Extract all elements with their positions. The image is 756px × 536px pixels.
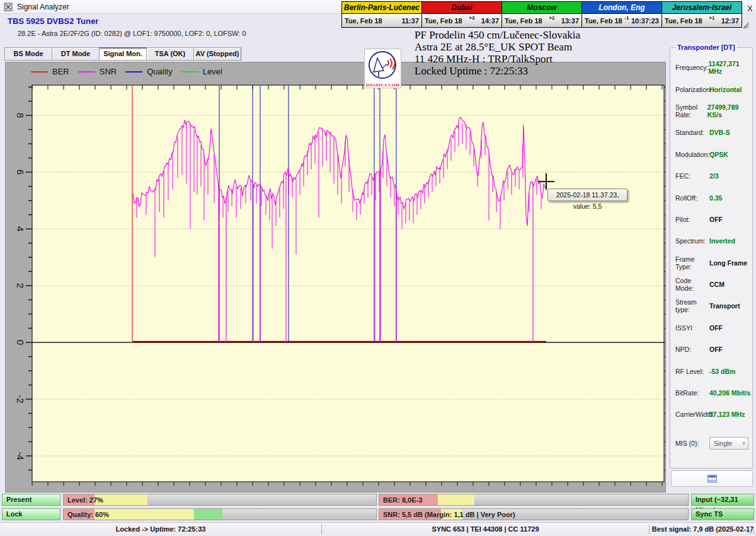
transponder-panel-title: Transponder [DT]: [675, 44, 737, 51]
clock-date: Tue, Feb 18: [425, 17, 462, 25]
chart-panel: BERSNRQualityLevel 86420-2-4: [5, 62, 666, 492]
transponder-row-stream-type: Stream type:Transport: [670, 295, 752, 317]
signal-chart[interactable]: 86420-2-4: [6, 62, 665, 492]
quality-progress-bar: Quality: 60%: [63, 508, 377, 520]
lock-indicator: Lock: [2, 508, 60, 520]
clock-2: DubaiTue, Feb 18+314:37: [421, 1, 502, 28]
clock-time: 13:37: [561, 17, 579, 25]
transponder-row-value: CCM: [709, 281, 724, 288]
transponder-row-label: Symbol Rate:: [670, 103, 707, 119]
transponder-row-issyi: ISSYIOFF: [670, 317, 752, 339]
clock-date: Tue, Feb 18: [585, 17, 622, 25]
clock-time-row: Tue, Feb 18+213:37: [502, 14, 581, 27]
transponder-row-label: Polarization:: [670, 86, 709, 93]
clock-city-label: Berlin-Paris-Lučenec: [342, 2, 421, 14]
transponder-row-label: NPD:: [670, 346, 709, 353]
ber-bar-label: BER: 8,0E-3: [383, 494, 422, 506]
status-uptime: Locked -> Uptime: 72:25:33: [0, 523, 321, 536]
transponder-row-label: Code Mode:: [670, 277, 709, 292]
y-tick-label-2: 2: [15, 283, 26, 288]
transponder-row-value: 40,206 Mbit/s: [709, 389, 750, 397]
level-progress-bar: Level: 27%: [63, 494, 377, 506]
ber-progress-bar: BER: 8,0E-3: [379, 494, 689, 506]
clock-close-button[interactable]: X: [747, 4, 753, 13]
y-tick-label-8: 8: [15, 113, 26, 118]
status-best-signal: Best signal: 7,9 dB (2025-02-17 20:42): [650, 523, 756, 536]
transponder-row-value: Inverted: [709, 237, 735, 245]
clock-utc-offset: +2: [542, 15, 561, 21]
y-tick-label--2: -2: [15, 395, 26, 403]
transponder-row-code-mode: Code Mode:CCM: [670, 274, 752, 295]
clock-time-row: Tue, Feb 1811:37: [342, 14, 421, 27]
clock-city-label: Moscow: [502, 2, 581, 14]
transponder-rows: Frequency:11427,371 MHzPolarization:Hori…: [670, 57, 752, 454]
transponder-row-value: 2/3: [709, 172, 719, 180]
y-tick-label-4: 4: [15, 226, 26, 231]
tab-tsa-ok[interactable]: TSA (OK): [146, 47, 194, 61]
transponder-row-label: RF Level:: [670, 368, 709, 375]
chart-value-tooltip: 2025-02-18 11.37.23, value: 5,5: [547, 189, 627, 201]
transponder-row-value: QPSK: [709, 151, 728, 158]
snr-progress-bar: SNR: 5,5 dB (Margin: 1,1 dB | Very Poor): [379, 508, 689, 520]
signal-analyzer-window: { "window": { "title": "Signal Analyzer"…: [0, 0, 756, 536]
transponder-row-mis: MIS (0):Single▾: [670, 433, 752, 454]
bar-segment: [94, 509, 194, 520]
clock-date: Tue, Feb 18: [665, 17, 702, 25]
transponder-row-label: Frequency:: [670, 64, 709, 71]
resize-grip[interactable]: [747, 527, 755, 534]
snr-bar-label: SNR: 5,5 dB (Margin: 1,1 dB | Very Poor): [383, 509, 515, 520]
clock-4: London, EngTue, Feb 18-110:37:23: [581, 1, 662, 28]
clock-city-label: Dubai: [422, 2, 501, 14]
mis-dropdown[interactable]: Single▾: [709, 437, 748, 450]
tab-bs-mode[interactable]: BS Mode: [4, 47, 52, 61]
bar-segment: [438, 494, 475, 505]
tuner-subtitle: 28.2E - Astra 2E/2F/2G (ID: 0282) @ LOF1…: [18, 30, 246, 37]
transponder-row-polarization: Polarization:Horizontal: [670, 78, 752, 100]
transponder-row-carrierwidth: CarrierWidth:37,123 MHz: [670, 404, 752, 425]
annotation-line-1: PF Prodelin 450 cm/Lučenec-Slovakia: [415, 29, 580, 41]
clock-time: 14:37: [481, 17, 499, 25]
plot-area[interactable]: [32, 85, 664, 482]
clock-time: 11:37: [401, 17, 419, 25]
transponder-row-modulation: Modulation:QPSK: [670, 144, 752, 165]
clock-date: Tue, Feb 18: [505, 17, 542, 25]
chevron-down-icon: ▾: [742, 440, 745, 446]
transponder-row-value: Transport: [709, 302, 740, 310]
transponder-row-frequency: Frequency:11427,371 MHz: [670, 57, 752, 78]
y-tick-label--4: -4: [15, 452, 26, 460]
clock-utc-offset: -1: [622, 15, 631, 21]
clock-time: 10:37:23: [631, 17, 659, 25]
transponder-row-label: Frame Type:: [670, 255, 709, 271]
transponder-row-value: OFF: [709, 324, 723, 332]
tab-av-stopped[interactable]: AV (Stopped): [193, 47, 241, 61]
window-title: Signal Analyzer: [17, 3, 69, 11]
logo-text: DXSATCS.COM: [365, 83, 401, 88]
transponder-row-label: FEC:: [670, 172, 709, 180]
transponder-row-value: 11427,371 MHz: [709, 60, 752, 75]
transponder-row-label: Standard:: [670, 129, 709, 136]
clock-utc-offset: +3: [462, 15, 481, 21]
transponder-row-label: RollOff:: [670, 194, 709, 202]
stream-list-icon: [707, 475, 717, 482]
clock-3: MoscowTue, Feb 18+213:37: [501, 1, 582, 28]
transponder-row-bitrate: BitRate:40,206 Mbit/s: [670, 382, 752, 404]
y-tick-label-6: 6: [15, 170, 26, 175]
transponder-row-rolloff: RollOff:0.35: [670, 187, 752, 208]
satellite-dish-icon: [365, 49, 401, 81]
transponder-row-rf-level: RF Level:-53 dBm: [670, 360, 752, 382]
status-bar: Locked -> Uptime: 72:25:33 SYNC 653 | TE…: [0, 522, 756, 536]
transponder-row-value: 37,123 MHz: [709, 411, 745, 418]
level-bar-label: Level: 27%: [67, 494, 103, 506]
annotation-line-4: Locked Uptime : 72:25:33: [415, 65, 580, 77]
tab-dt-mode[interactable]: DT Mode: [52, 47, 100, 61]
present-indicator: Present: [2, 494, 60, 506]
tab-signal-mon[interactable]: Signal Mon.: [99, 47, 147, 61]
transponder-row-pilot: Pilot:OFF: [670, 209, 752, 230]
clock-city-label: Jerusalem-Israel: [662, 2, 742, 14]
clock-widget-resize-icon[interactable]: [741, 20, 751, 30]
transponder-row-label: ISSYI: [670, 324, 709, 332]
transponder-row-symbol-rate: Symbol Rate:27499,789 KS/s: [670, 100, 752, 122]
transponder-settings-button[interactable]: [671, 470, 753, 487]
transponder-row-value: OFF: [709, 216, 723, 223]
transponder-row-npd: NPD:OFF: [670, 339, 752, 360]
